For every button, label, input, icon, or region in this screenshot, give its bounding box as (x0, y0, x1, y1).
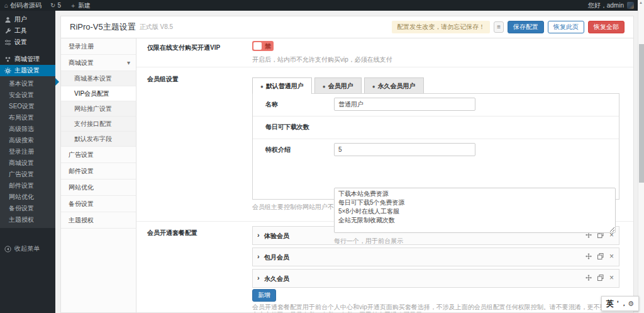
nav-item-mail[interactable]: 邮件设置 (61, 163, 136, 179)
bullet-icon: ● (323, 84, 326, 89)
submenu-item[interactable]: SEO设置 (0, 101, 55, 112)
submenu-item[interactable]: 高级筛选 (0, 123, 55, 135)
sidebar-item-tools[interactable]: 工具 (0, 25, 55, 37)
home-icon: ⌂ (4, 2, 8, 9)
collapse-menu-button[interactable]: 收起菜单 (0, 244, 55, 253)
nav-item-payment-api[interactable]: 支付接口配置 (61, 117, 136, 132)
updates-menu[interactable]: ↻ 5 (46, 0, 65, 11)
settings-icon (4, 39, 11, 46)
collapse-icon (4, 246, 11, 253)
sidebar-item-label: 商城管理 (14, 55, 40, 64)
chevron-right-icon: › (257, 274, 260, 282)
packages-label: 会员开通套餐配置 (147, 229, 197, 237)
ime-punctuation-button[interactable]: ＇， (614, 299, 627, 308)
submenu-item[interactable]: 广告设置 (0, 169, 55, 180)
panel-header: RiPro-V5主题设置 正式版 V8.5 配置发生改变，请勿忘记保存！ ≡ 保… (61, 16, 633, 38)
save-config-button[interactable]: 保存配置 (508, 21, 544, 33)
submenu-item[interactable]: 安全设置 (0, 89, 55, 101)
nav-item-shop-settings[interactable]: 商城设置▾ (61, 55, 136, 71)
packages-help: 会员开通套餐配置用于前台个人中心和vip开通页面购买套餐选择，不涉及上面的会员组… (252, 304, 621, 312)
close-icon[interactable]: × (609, 275, 614, 281)
bullet-icon: ● (260, 84, 264, 89)
privileges-textarea[interactable]: 下载本站免费资源 每日可下载5个免费资源 5×8小时在线人工客服 全站无限制收藏… (334, 188, 616, 233)
avatar[interactable] (627, 2, 634, 9)
user-greeting[interactable]: 您好，admin (588, 1, 624, 10)
submenu-item[interactable]: 网站优化 (0, 191, 55, 203)
submenu-item[interactable]: 邮件设置 (0, 180, 55, 191)
caret-up-icon[interactable]: ▲ (639, 1, 643, 4)
sidebar-item-store-manage[interactable]: 商城管理 (0, 54, 55, 65)
new-label: 新建 (78, 1, 91, 10)
unsaved-warning-badge: 配置发生改变，请勿忘记保存！ (392, 21, 490, 33)
package-item-permanent[interactable]: › 永久会员 × (252, 269, 619, 288)
nav-item-site-promo[interactable]: 网站推广设置 (61, 101, 136, 117)
ime-language-button[interactable]: 英 (606, 299, 614, 309)
chevron-right-icon: › (257, 253, 260, 260)
move-icon[interactable] (586, 253, 592, 259)
submenu-item[interactable]: 高级搜索 (0, 135, 55, 146)
plus-icon: ＋ (70, 1, 76, 10)
site-menu[interactable]: ⌂ 创码者源码 (0, 0, 46, 11)
page-version: 正式版 V8.5 (140, 23, 173, 31)
users-icon (4, 16, 11, 23)
menu-toggle-button[interactable]: ≡ (494, 21, 504, 33)
nav-item-default-publish[interactable]: 默认发布字段 (61, 132, 136, 147)
copy-icon[interactable] (597, 253, 604, 259)
sidebar-item-label: 设置 (14, 38, 27, 47)
scrollbar-thumb[interactable] (639, 44, 644, 183)
copy-icon[interactable] (597, 275, 604, 281)
tab-default-user[interactable]: ●默认普通用户 (252, 77, 312, 94)
submenu-item[interactable]: 布局设置 (0, 112, 55, 123)
vertical-scrollbar[interactable]: ▲ (638, 0, 644, 313)
restore-all-button[interactable]: 恢复全部 (588, 21, 625, 33)
theme-settings-panel: RiPro-V5主题设置 正式版 V8.5 配置发生改变，请勿忘记保存！ ≡ 保… (60, 16, 634, 313)
nav-item-shop-basic[interactable]: 商城基本设置 (61, 71, 136, 86)
name-input[interactable] (334, 98, 475, 111)
submenu-item[interactable]: 基本设置 (0, 78, 55, 89)
package-item-monthly[interactable]: › 包月会员 × (252, 248, 619, 266)
sidebar-item-settings[interactable]: 设置 (0, 37, 55, 48)
move-icon[interactable] (586, 275, 592, 281)
page-title: RiPro-V5主题设置 (70, 21, 136, 33)
online-pay-desc: 开启后，站内币不允许支付购买vip，必须在线支付 (252, 55, 392, 64)
submenu-item[interactable]: 商城设置 (0, 157, 55, 169)
nav-item-backup[interactable]: 备份设置 (61, 196, 136, 212)
tab-member-user[interactable]: ●会员用户 (314, 77, 362, 94)
tab-permanent-user[interactable]: ●永久会员用户 (364, 77, 424, 94)
submenu-item[interactable]: 登录注册 (0, 146, 55, 157)
member-group-label: 会员组设置 (147, 75, 179, 84)
chevron-right-icon: › (257, 231, 260, 239)
close-icon[interactable]: × (609, 253, 614, 259)
sidebar-item-label: 用户 (14, 15, 27, 24)
submenu-item[interactable]: 备份设置 (0, 203, 55, 214)
nav-item-login-register[interactable]: 登录注册 (61, 38, 136, 55)
ime-toolbar: 英 ＇， ⚙ (601, 296, 639, 311)
privileges-label: 特权介绍 (265, 145, 291, 154)
privileges-help: 每行一个，用于前台展示 (334, 237, 403, 246)
nav-item-ads[interactable]: 广告设置 (61, 147, 136, 163)
updates-count: 5 (57, 2, 61, 9)
sidebar-item-theme-settings[interactable]: 主题设置 (0, 65, 55, 76)
member-group-tabs: ●默认普通用户 ●会员用户 ●永久会员用户 (252, 77, 426, 94)
tools-icon (4, 28, 11, 35)
sidebar-item-label: 主题设置 (14, 66, 40, 75)
name-label: 名称 (265, 100, 278, 109)
sidebar-item-users[interactable]: 用户 (0, 14, 55, 25)
chevron-down-icon: ▾ (127, 55, 130, 71)
member-group-panel: 名称 每日可下载次数 特权介绍 下载本站免费资源 每日可下载5个免费资源 5×8… (252, 93, 619, 200)
new-content-menu[interactable]: ＋ 新建 (65, 0, 95, 11)
settings-content: 仅限在线支付购买开通VIP 禁 开启后，站内币不允许支付购买vip，必须在线支付… (136, 38, 633, 312)
nav-item-theme-license[interactable]: 主题授权 (61, 212, 136, 229)
toggle-knob (253, 42, 262, 50)
online-pay-label: 仅限在线支付购买开通VIP (147, 43, 220, 52)
nav-item-vip-member[interactable]: VIP会员配置 (61, 86, 136, 101)
restore-page-button[interactable]: 恢复此页 (548, 21, 584, 33)
nav-item-site-optimize[interactable]: 网站优化 (61, 179, 136, 196)
bullet-icon: ● (372, 84, 375, 89)
ime-gear-icon[interactable]: ⚙ (628, 300, 634, 308)
submenu-item[interactable]: 主题授权 (0, 214, 55, 225)
downloads-label: 每日可下载次数 (265, 123, 309, 132)
online-pay-toggle[interactable]: 禁 (252, 41, 274, 51)
menu-icon: ≡ (497, 23, 501, 30)
add-package-button[interactable]: 新增 (252, 289, 276, 302)
